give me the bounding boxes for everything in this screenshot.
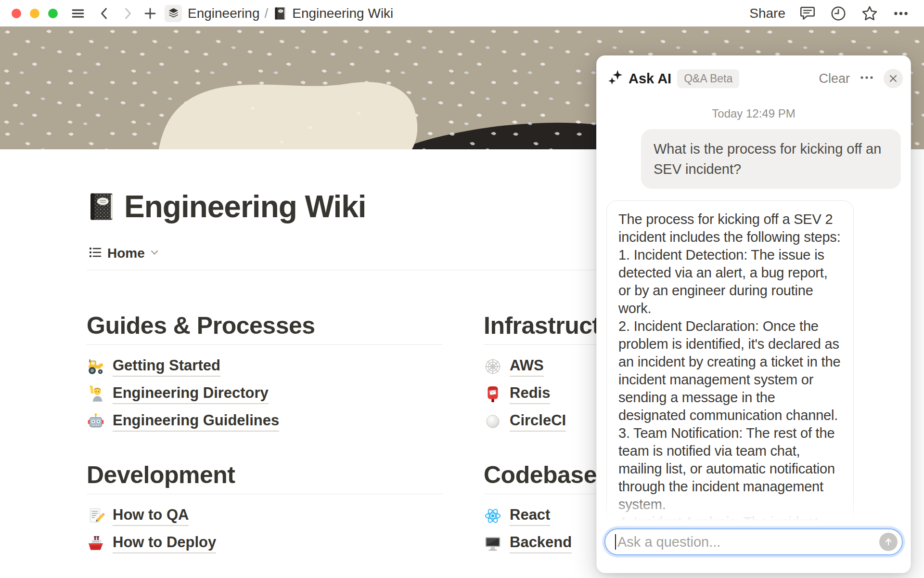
window-toolbar: Engineering / Engineering Wiki Share [0,0,924,26]
notebook-icon [273,6,287,21]
white-circle-icon [484,412,502,431]
postbox-icon [484,385,502,403]
sidebar-menu-icon[interactable] [70,6,86,21]
wiki-link-label: How to Deploy [113,533,216,553]
comments-icon[interactable] [799,5,816,22]
window-controls [12,9,58,18]
section-heading: Guides & Processes [87,312,443,345]
ship-icon [87,534,105,552]
tractor-icon [87,357,105,376]
tab-home[interactable]: Home [88,244,159,263]
clear-button[interactable]: Clear [819,71,850,86]
section-heading: Development [87,461,443,494]
history-clock-icon[interactable] [830,5,847,22]
page-title: Engineering Wiki [124,189,366,224]
qa-beta-badge: Q&A Beta [677,69,739,88]
wiki-link-getting-started[interactable]: Getting Started [87,353,443,380]
memo-icon [87,507,105,525]
desktop-computer-icon [484,534,502,552]
wiki-link-label: Getting Started [113,356,220,377]
user-question-bubble: What is the process for kicking off an S… [641,129,901,189]
text-caret [615,534,616,550]
new-page-icon[interactable] [142,6,158,21]
wiki-link-label: Redis [510,384,550,404]
ai-answer-bubble: The process for kicking off a SEV 2 inci… [606,200,854,527]
wiki-link-label: React [510,506,550,526]
minimize-window-button[interactable] [30,9,39,18]
chat-timestamp: Today 12:49 PM [606,107,901,120]
breadcrumb-team[interactable]: Engineering [188,6,259,21]
more-options-icon[interactable] [892,5,910,22]
wiki-link-label: Backend [510,533,572,553]
person-raising-hand-icon [87,385,105,403]
back-icon[interactable] [97,6,112,21]
teamspace-layers-icon[interactable] [165,5,182,22]
wiki-link-label: AWS [510,356,544,377]
wiki-link-label: Engineering Guidelines [113,411,279,432]
section-development: DevelopmentHow to QAHow to Deploy [87,461,443,557]
react-logo-icon [484,507,502,525]
chevron-down-icon [150,248,159,259]
wiki-link-label: Engineering Directory [113,384,269,404]
sparkle-ai-icon [607,69,624,88]
send-icon[interactable] [879,533,898,551]
breadcrumb-separator: / [264,6,268,21]
close-window-button[interactable] [12,9,21,18]
ask-question-input[interactable] [617,534,879,550]
wiki-link-engineering-directory[interactable]: Engineering Directory [87,380,443,407]
wiki-link-engineering-guidelines[interactable]: Engineering Guidelines [87,407,443,435]
favorite-star-icon[interactable] [860,4,879,23]
section-guides-processes: Guides & ProcessesGetting StartedEnginee… [87,312,443,435]
breadcrumb: Engineering / Engineering Wiki [188,6,393,21]
zoom-window-button[interactable] [48,9,58,18]
ask-question-inputbar [604,528,903,555]
close-icon[interactable] [884,69,903,88]
tab-home-label: Home [107,246,145,261]
wiki-link-how-to-deploy[interactable]: How to Deploy [87,529,443,557]
breadcrumb-page[interactable]: Engineering Wiki [292,6,393,21]
panel-more-options-icon[interactable] [860,70,874,87]
chat-messages: Today 12:49 PM What is the process for k… [597,94,911,527]
list-view-icon [88,245,103,262]
wiki-link-label: How to QA [113,506,189,526]
ask-ai-title: Ask AI [629,71,671,87]
spider-web-icon [484,357,502,376]
page-icon-notebook[interactable] [86,191,117,223]
wiki-link-label: CircleCI [510,411,566,432]
forward-icon[interactable] [120,6,135,21]
ask-ai-panel: Ask AI Q&A Beta Clear Today 12:49 PM Wha… [596,55,911,573]
wiki-link-how-to-qa[interactable]: How to QA [87,502,443,529]
share-button[interactable]: Share [749,6,785,21]
ask-ai-header: Ask AI Q&A Beta Clear [597,56,911,94]
robot-icon [87,412,105,431]
